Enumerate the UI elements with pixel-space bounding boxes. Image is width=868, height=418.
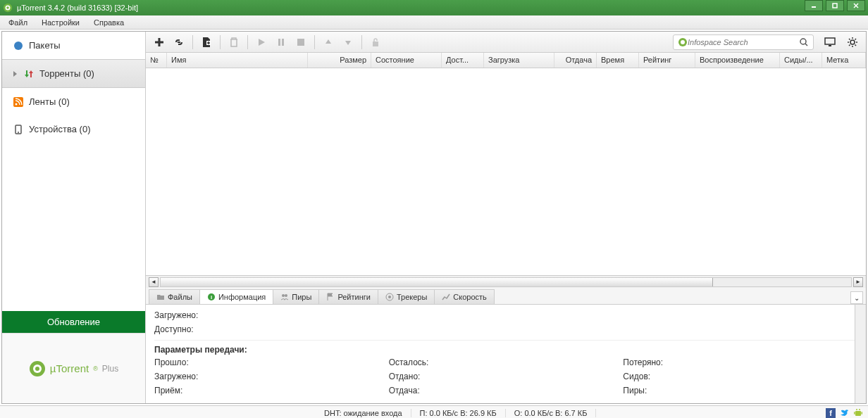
col-number[interactable]: № [146, 53, 167, 68]
info-recv: Приём: [154, 386, 389, 395]
unlock-button [366, 34, 385, 51]
svg-rect-28 [825, 38, 835, 44]
sidebar-item-label: Устройства (0) [29, 124, 91, 134]
sidebar-item-feeds[interactable]: Ленты (0) [2, 88, 145, 115]
info-peers: Пиры: [623, 386, 857, 395]
tab-speed[interactable]: Скорость [434, 289, 495, 304]
scroll-right-button[interactable]: ► [853, 277, 863, 287]
table-header: № Имя Размер Состояние Дост... Загрузка … [146, 53, 866, 68]
tab-info[interactable]: iИнформация [199, 289, 273, 304]
svg-point-36 [388, 296, 391, 298]
svg-point-2 [6, 6, 9, 9]
col-status[interactable]: Состояние [371, 53, 442, 68]
col-playback[interactable]: Воспроизведение [695, 53, 780, 68]
menu-settings[interactable]: Настройки [39, 17, 82, 28]
sidebar-item-label: Торренты (0) [39, 68, 94, 79]
search-input[interactable] [688, 38, 799, 46]
scroll-thumb[interactable] [161, 278, 713, 286]
col-seeds[interactable]: Сиды/... [780, 53, 822, 68]
svg-point-40 [856, 409, 857, 410]
scroll-left-button[interactable]: ◄ [149, 277, 159, 287]
link-icon [173, 37, 185, 48]
sidebar-item-devices[interactable]: Устройства (0) [2, 115, 145, 143]
trash-icon [229, 37, 239, 48]
svg-rect-20 [278, 39, 280, 46]
settings-button[interactable] [843, 34, 862, 51]
tab-trackers[interactable]: Трекеры [378, 289, 435, 304]
move-up-button [319, 34, 337, 51]
info-available: Доступно: [154, 324, 857, 334]
add-torrent-button[interactable] [150, 34, 168, 51]
col-size[interactable]: Размер [308, 53, 371, 68]
svg-point-25 [681, 40, 685, 44]
create-torrent-button[interactable] [197, 34, 216, 51]
svg-rect-21 [282, 39, 284, 46]
menu-help[interactable]: Справка [91, 17, 127, 28]
svg-rect-23 [373, 42, 378, 46]
svg-point-26 [800, 39, 806, 44]
start-button [252, 34, 271, 51]
expand-icon[interactable] [13, 71, 17, 77]
info-remaining: Осталось: [389, 357, 624, 367]
minimize-button[interactable] [805, 0, 823, 11]
tab-peers[interactable]: Пиры [273, 289, 319, 304]
menu-file[interactable]: Файл [6, 17, 30, 28]
horizontal-scrollbar[interactable]: ◄ ► [146, 275, 866, 288]
utorrent-logo-icon [29, 360, 46, 377]
close-button[interactable] [847, 0, 865, 11]
down-icon [344, 38, 352, 46]
col-time[interactable]: Время [597, 53, 639, 68]
detail-tabs: Файлы iИнформация Пиры Рейтинги Трекеры … [146, 288, 866, 305]
twitter-icon[interactable] [840, 408, 850, 418]
remote-button[interactable] [821, 34, 839, 51]
svg-point-34 [285, 294, 287, 297]
content-area: № Имя Размер Состояние Дост... Загрузка … [146, 32, 866, 403]
android-icon[interactable] [854, 408, 862, 418]
stop-icon [297, 38, 305, 46]
delete-button [225, 34, 243, 51]
svg-point-33 [282, 294, 285, 297]
app-icon [3, 3, 13, 13]
col-download[interactable]: Загрузка [484, 53, 554, 68]
sidebar-item-torrents[interactable]: Торренты (0) [2, 59, 145, 88]
target-icon [385, 293, 394, 301]
info-wasted: Потеряно: [623, 357, 857, 367]
svg-point-41 [859, 409, 860, 410]
svg-rect-4 [833, 4, 837, 8]
svg-rect-43 [862, 412, 863, 414]
menu-bar: Файл Настройки Справка [0, 15, 868, 30]
file-icon [202, 37, 211, 48]
sidebar-item-packages[interactable]: Пакеты [2, 32, 145, 59]
tab-ratings[interactable]: Рейтинги [318, 289, 378, 304]
folder-icon [156, 293, 165, 301]
col-label[interactable]: Метка [822, 53, 866, 68]
transfer-icon [24, 69, 34, 79]
play-icon [257, 38, 266, 46]
detail-vertical-scrollbar[interactable] [855, 305, 866, 403]
search-box[interactable] [673, 34, 814, 50]
plus-suffix: Plus [102, 364, 118, 374]
search-icon[interactable] [799, 37, 809, 47]
info-section-header: Параметры передачи: [154, 340, 857, 355]
collapse-detail-button[interactable]: ⌄ [850, 291, 863, 304]
col-rating[interactable]: Рейтинг [639, 53, 695, 68]
update-button[interactable]: Обновление [2, 311, 145, 333]
svg-point-11 [18, 132, 19, 133]
col-name[interactable]: Имя [167, 53, 308, 68]
chart-icon [442, 293, 450, 301]
col-upload[interactable]: Отдача [554, 53, 597, 68]
maximize-button[interactable] [826, 0, 844, 11]
pause-button [272, 34, 290, 51]
facebook-icon[interactable]: f [826, 408, 836, 418]
svg-point-9 [16, 103, 18, 105]
scroll-track[interactable] [160, 277, 852, 287]
plus-banner[interactable]: µTorrent® Plus [2, 333, 145, 403]
tab-files[interactable]: Файлы [149, 289, 200, 304]
info-icon: i [207, 293, 216, 301]
status-dht: DHT: ожидание входа [316, 409, 411, 417]
gear-icon [847, 37, 858, 48]
col-avail[interactable]: Дост... [442, 53, 484, 68]
monitor-icon [824, 37, 836, 47]
title-bar: µTorrent 3.4.2 (build 31633) [32-bit] [0, 0, 868, 15]
add-link-button[interactable] [170, 34, 188, 51]
